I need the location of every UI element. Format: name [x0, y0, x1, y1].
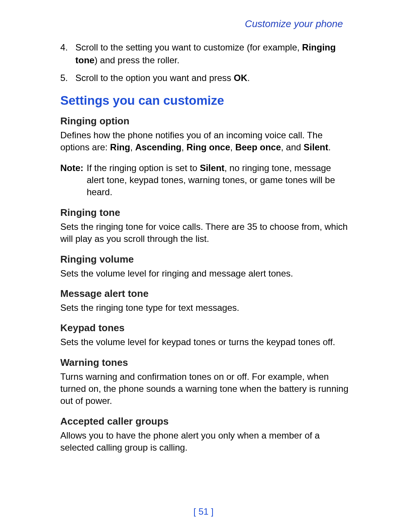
- step-suffix: ) and press the roller.: [95, 55, 179, 65]
- step-text: Scroll to the setting you want to custom…: [75, 41, 349, 66]
- sub-heading: Ringing volume: [60, 254, 349, 265]
- body-text: Allows you to have the phone alert you o…: [60, 430, 349, 454]
- note-label: Note:: [60, 162, 87, 199]
- note-bold: Silent: [200, 163, 224, 173]
- page-number: [ 51 ]: [0, 506, 407, 517]
- step-text: Scroll to the option you want and press …: [75, 72, 349, 84]
- subsection-ringing-option: Ringing option Defines how the phone not…: [60, 115, 349, 154]
- subsection-ringing-volume: Ringing volume Sets the volume level for…: [60, 254, 349, 280]
- sub-heading: Keypad tones: [60, 322, 349, 334]
- body-text: Defines how the phone notifies you of an…: [60, 129, 349, 154]
- subsection-keypad-tones: Keypad tones Sets the volume level for k…: [60, 322, 349, 348]
- step-number: 4.: [60, 41, 75, 66]
- ro-opt-3: Beep once: [235, 142, 281, 152]
- ro-sep-2: ,: [230, 142, 235, 152]
- step-suffix: .: [247, 73, 250, 83]
- body-text: Sets the ringing tone for voice calls. T…: [60, 221, 349, 245]
- ro-period: .: [328, 142, 331, 152]
- ro-sep-1: ,: [181, 142, 186, 152]
- ro-opt-0: Ring: [110, 142, 130, 152]
- sub-heading: Ringing option: [60, 115, 349, 127]
- body-text: Sets the ringing tone type for text mess…: [60, 302, 349, 314]
- sub-heading: Ringing tone: [60, 207, 349, 219]
- body-text: Sets the volume level for ringing and me…: [60, 268, 349, 280]
- ro-opt-2: Ring once: [187, 142, 230, 152]
- step-number: 5.: [60, 72, 75, 84]
- step-bold: OK: [234, 73, 247, 83]
- body-text: Turns warning and confirmation tones on …: [60, 371, 349, 407]
- section-heading: Settings you can customize: [60, 93, 349, 108]
- step-prefix: Scroll to the option you want and press: [75, 73, 234, 83]
- sub-heading: Message alert tone: [60, 288, 349, 300]
- note-text: If the ringing option is set to Silent, …: [87, 162, 349, 199]
- body-text: Sets the volume level for keypad tones o…: [60, 336, 349, 348]
- subsection-ringing-tone: Ringing tone Sets the ringing tone for v…: [60, 207, 349, 245]
- sub-heading: Accepted caller groups: [60, 416, 349, 427]
- numbered-steps: 4. Scroll to the setting you want to cus…: [60, 41, 349, 84]
- note-prefix: If the ringing option is set to: [87, 163, 200, 173]
- subsection-accepted-caller-groups: Accepted caller groups Allows you to hav…: [60, 416, 349, 454]
- ro-and: , and: [281, 142, 304, 152]
- subsection-warning-tones: Warning tones Turns warning and confirma…: [60, 357, 349, 407]
- ro-opt-1: Ascending: [135, 142, 182, 152]
- ro-last-opt: Silent: [304, 142, 328, 152]
- step-4: 4. Scroll to the setting you want to cus…: [60, 41, 349, 66]
- subsection-message-alert-tone: Message alert tone Sets the ringing tone…: [60, 288, 349, 314]
- sub-heading: Warning tones: [60, 357, 349, 368]
- step-prefix: Scroll to the setting you want to custom…: [75, 42, 302, 52]
- note-block: Note: If the ringing option is set to Si…: [60, 162, 349, 199]
- step-5: 5. Scroll to the option you want and pre…: [60, 72, 349, 84]
- running-header: Customize your phone: [60, 18, 343, 30]
- ro-sep-0: ,: [130, 142, 135, 152]
